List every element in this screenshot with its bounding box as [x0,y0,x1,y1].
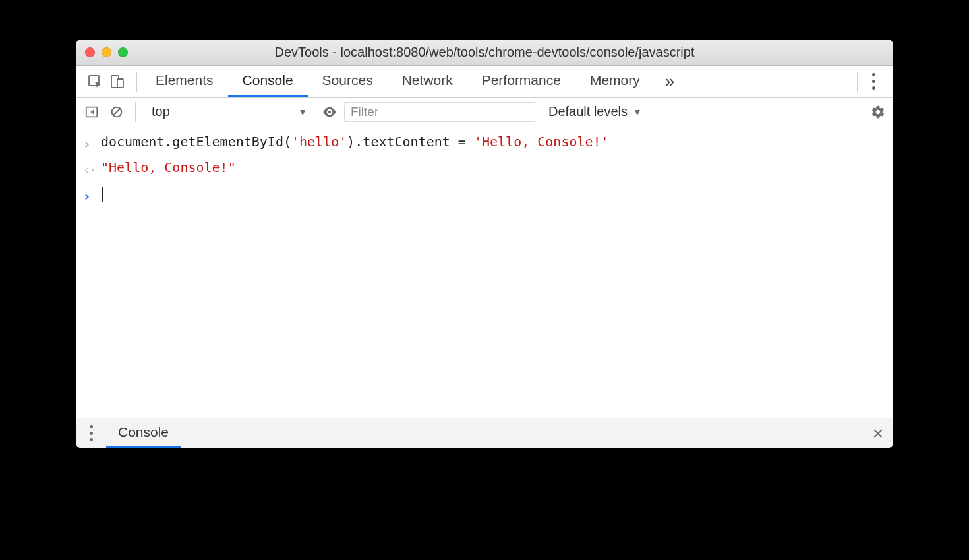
window-title: DevTools - localhost:8080/web/tools/chro… [76,45,893,60]
close-window-button[interactable] [85,47,95,57]
svg-rect-2 [117,79,123,88]
titlebar: DevTools - localhost:8080/web/tools/chro… [76,40,893,66]
device-toolbar-icon[interactable] [109,73,126,90]
svg-line-5 [113,108,121,115]
tab-network[interactable]: Network [388,66,467,97]
console-result-code: "Hello, Console!" [101,156,236,179]
separator [135,102,136,122]
tabs-right [853,66,889,97]
devtools-window: DevTools - localhost:8080/web/tools/chro… [76,40,893,448]
svg-point-6 [328,110,331,113]
console-prompt-row[interactable] [76,182,893,208]
separator [857,72,858,92]
live-expression-icon[interactable] [319,101,340,123]
console-settings-icon[interactable] [868,102,888,122]
separator [136,72,137,92]
chevron-down-icon: ▼ [633,107,642,117]
tabs-left-tools [80,66,132,97]
clear-console-icon[interactable] [106,101,127,123]
drawer-menu-button[interactable] [76,418,106,448]
console-input-echo-code: document.getElementById('hello').textCon… [101,130,609,153]
execution-context-select[interactable]: top ▼ [144,98,315,126]
separator [860,102,860,122]
zoom-window-button[interactable] [118,47,128,57]
panel-tabs: Elements Console Sources Network Perform… [141,66,655,97]
drawer-tab-console[interactable]: Console [106,418,181,448]
panel-tabs-bar: Elements Console Sources Network Perform… [76,66,893,98]
input-marker-icon [82,130,101,156]
console-result-row: "Hello, Console!" [76,156,893,182]
tab-sources[interactable]: Sources [308,66,388,97]
console-toolbar: top ▼ Default levels ▼ [76,98,893,126]
console-prompt-input[interactable] [101,182,103,205]
console-input-echo-row: document.getElementById('hello').textCon… [76,130,893,156]
output-marker-icon [82,156,101,182]
toggle-sidebar-icon[interactable] [81,101,102,123]
console-output[interactable]: document.getElementById('hello').textCon… [76,126,893,418]
tab-memory[interactable]: Memory [575,66,655,97]
minimize-window-button[interactable] [102,47,111,57]
tab-performance[interactable]: Performance [467,66,575,97]
drawer: Console [76,418,893,448]
filter-input[interactable] [344,102,535,122]
tab-console[interactable]: Console [228,66,308,97]
tab-elements[interactable]: Elements [141,66,228,97]
log-levels-select[interactable]: Default levels ▼ [539,104,651,119]
inspect-element-icon[interactable] [86,73,103,90]
chevron-down-icon: ▼ [298,107,307,117]
more-tabs-button[interactable]: » [655,66,685,97]
prompt-marker-icon [82,182,101,208]
settings-menu-button[interactable] [862,73,885,90]
log-levels-label: Default levels [548,104,628,119]
traffic-lights [85,47,128,57]
close-drawer-icon[interactable] [863,418,893,448]
execution-context-value: top [152,104,170,119]
